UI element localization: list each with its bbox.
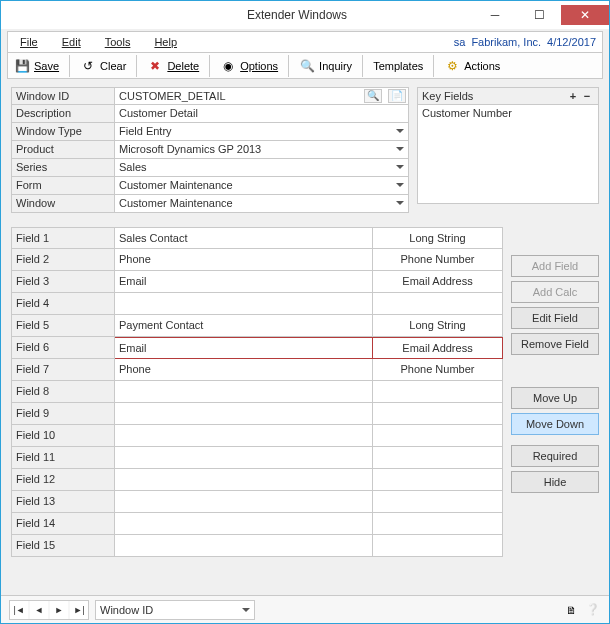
options-button[interactable]: ◉Options: [214, 55, 284, 77]
key-fields-add-button[interactable]: +: [566, 90, 580, 102]
move-up-button[interactable]: Move Up: [511, 387, 599, 409]
nav-prev-button[interactable]: ◄: [30, 601, 48, 619]
field-row[interactable]: Field 11: [11, 447, 503, 469]
label-window: Window: [11, 195, 115, 213]
add-calc-button[interactable]: Add Calc: [511, 281, 599, 303]
menu-tools[interactable]: Tools: [93, 33, 143, 51]
field-name-cell[interactable]: Phone: [115, 359, 373, 381]
field-label: Field 6: [11, 337, 115, 359]
field-type-cell[interactable]: [373, 469, 503, 491]
field-type-cell[interactable]: Email Address: [373, 271, 503, 293]
input-description[interactable]: Customer Detail: [115, 105, 409, 123]
add-field-button[interactable]: Add Field: [511, 255, 599, 277]
field-name-cell[interactable]: Email: [115, 337, 373, 359]
menu-edit[interactable]: Edit: [50, 33, 93, 51]
field-type-cell[interactable]: Long String: [373, 227, 503, 249]
field-row[interactable]: Field 6EmailEmail Address: [11, 337, 503, 359]
field-label: Field 5: [11, 315, 115, 337]
field-name-cell[interactable]: [115, 447, 373, 469]
field-type-cell[interactable]: [373, 447, 503, 469]
field-name-cell[interactable]: Phone: [115, 249, 373, 271]
field-type-cell[interactable]: Long String: [373, 315, 503, 337]
edit-field-button[interactable]: Edit Field: [511, 307, 599, 329]
label-window-id: Window ID: [11, 87, 115, 105]
nav-first-button[interactable]: |◄: [10, 601, 28, 619]
status-bar: |◄ ◄ ► ►| Window ID 🗎 ❔: [1, 595, 609, 623]
field-label: Field 7: [11, 359, 115, 381]
field-type-cell[interactable]: [373, 425, 503, 447]
templates-button[interactable]: Templates: [367, 55, 429, 77]
delete-button[interactable]: ✖Delete: [141, 55, 205, 77]
field-row[interactable]: Field 14: [11, 513, 503, 535]
move-down-button[interactable]: Move Down: [511, 413, 599, 435]
note-icon[interactable]: 📄: [388, 89, 406, 103]
field-row[interactable]: Field 8: [11, 381, 503, 403]
key-field-item[interactable]: Customer Number: [422, 107, 594, 119]
nav-next-button[interactable]: ►: [50, 601, 68, 619]
field-name-cell[interactable]: [115, 513, 373, 535]
nav-last-button[interactable]: ►|: [70, 601, 88, 619]
field-row[interactable]: Field 7PhonePhone Number: [11, 359, 503, 381]
field-row[interactable]: Field 5Payment ContactLong String: [11, 315, 503, 337]
menu-help[interactable]: Help: [142, 33, 189, 51]
field-row[interactable]: Field 3EmailEmail Address: [11, 271, 503, 293]
field-name-cell[interactable]: [115, 403, 373, 425]
lookup-icon[interactable]: 🔍: [364, 89, 382, 103]
label-series: Series: [11, 159, 115, 177]
current-company: Fabrikam, Inc.: [471, 36, 541, 48]
field-row[interactable]: Field 12: [11, 469, 503, 491]
field-row[interactable]: Field 2PhonePhone Number: [11, 249, 503, 271]
field-label: Field 11: [11, 447, 115, 469]
field-type-cell[interactable]: [373, 535, 503, 557]
field-name-cell[interactable]: [115, 469, 373, 491]
toolbar: 💾Save ↺Clear ✖Delete ◉Options 🔍Inquiry T…: [7, 53, 603, 79]
key-fields-remove-button[interactable]: −: [580, 90, 594, 102]
close-button[interactable]: ✕: [561, 5, 609, 25]
save-button[interactable]: 💾Save: [8, 55, 65, 77]
field-type-cell[interactable]: Email Address: [373, 337, 503, 359]
field-row[interactable]: Field 4: [11, 293, 503, 315]
actions-button[interactable]: ⚙Actions: [438, 55, 506, 77]
key-fields-title: Key Fields: [422, 90, 566, 102]
required-button[interactable]: Required: [511, 445, 599, 467]
sort-by-select[interactable]: Window ID: [95, 600, 255, 620]
field-name-cell[interactable]: Payment Contact: [115, 315, 373, 337]
field-row[interactable]: Field 13: [11, 491, 503, 513]
field-type-cell[interactable]: [373, 381, 503, 403]
select-series[interactable]: Sales: [115, 159, 409, 177]
select-window[interactable]: Customer Maintenance: [115, 195, 409, 213]
field-row[interactable]: Field 10: [11, 425, 503, 447]
remove-field-button[interactable]: Remove Field: [511, 333, 599, 355]
field-type-cell[interactable]: [373, 403, 503, 425]
field-type-cell[interactable]: Phone Number: [373, 249, 503, 271]
hide-button[interactable]: Hide: [511, 471, 599, 493]
field-name-cell[interactable]: Email: [115, 271, 373, 293]
help-icon[interactable]: ❔: [585, 602, 601, 618]
field-name-cell[interactable]: Sales Contact: [115, 227, 373, 249]
field-name-cell[interactable]: [115, 535, 373, 557]
print-icon[interactable]: 🗎: [563, 602, 579, 618]
field-type-cell[interactable]: Phone Number: [373, 359, 503, 381]
field-name-cell[interactable]: [115, 491, 373, 513]
field-row[interactable]: Field 15: [11, 535, 503, 557]
label-description: Description: [11, 105, 115, 123]
field-type-cell[interactable]: [373, 513, 503, 535]
field-type-cell[interactable]: [373, 491, 503, 513]
menu-file[interactable]: File: [8, 33, 50, 51]
field-row[interactable]: Field 9: [11, 403, 503, 425]
field-type-cell[interactable]: [373, 293, 503, 315]
field-name-cell[interactable]: [115, 425, 373, 447]
field-name-cell[interactable]: [115, 381, 373, 403]
input-window-id[interactable]: CUSTOMER_DETAIL 🔍 📄: [115, 87, 409, 105]
key-fields-list[interactable]: Customer Number: [417, 105, 599, 204]
field-name-cell[interactable]: [115, 293, 373, 315]
field-row[interactable]: Field 1Sales ContactLong String: [11, 227, 503, 249]
inquiry-button[interactable]: 🔍Inquiry: [293, 55, 358, 77]
select-form[interactable]: Customer Maintenance: [115, 177, 409, 195]
select-window-type[interactable]: Field Entry: [115, 123, 409, 141]
clear-button[interactable]: ↺Clear: [74, 55, 132, 77]
select-product[interactable]: Microsoft Dynamics GP 2013: [115, 141, 409, 159]
current-date: 4/12/2017: [547, 36, 596, 48]
minimize-button[interactable]: ─: [473, 5, 517, 25]
maximize-button[interactable]: ☐: [517, 5, 561, 25]
